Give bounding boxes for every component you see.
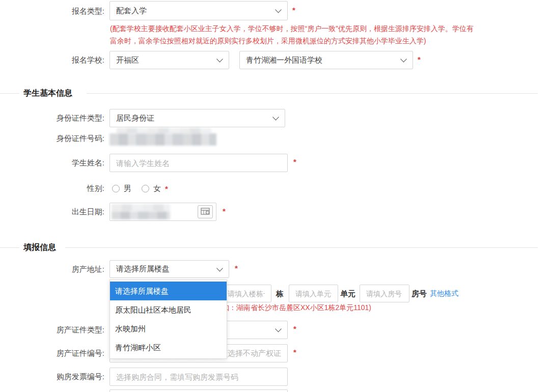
gender-male-option-label: 男 — [124, 184, 131, 193]
student-name-required-mark: * — [293, 157, 296, 166]
reg-school-required-mark: * — [418, 55, 421, 64]
chevron-down-icon — [275, 326, 282, 332]
student-name-input[interactable] — [109, 154, 288, 172]
property-address-dropdown: 请选择所属楼盘 原太阳山社区本地居民 水映加州 青竹湖畔小区 — [109, 279, 227, 359]
chevron-down-icon — [275, 7, 282, 13]
birth-date-masked-value — [112, 211, 170, 219]
other-format-link[interactable]: 其他格式 — [430, 285, 458, 302]
room-number-input[interactable] — [360, 285, 409, 302]
section-line-right — [87, 93, 538, 94]
dropdown-option-placeholder[interactable]: 请选择所属楼盘 — [110, 282, 227, 300]
birth-date-required-mark: * — [223, 207, 226, 215]
reg-type-label: 报名类型: — [0, 2, 104, 20]
reg-type-select[interactable]: 配套入学 — [109, 1, 288, 20]
reg-type-note-line1: (配套学校主要接收配套小区业主子女入学，学位不够时，按照“房户一致”优先原则，根… — [110, 22, 474, 35]
dropdown-option-qingzhuhupan[interactable]: 青竹湖畔小区 — [110, 338, 227, 357]
chevron-down-icon — [400, 56, 407, 63]
invoice-label: 购房发票编号: — [0, 368, 104, 386]
reg-school-school-value: 青竹湖湘一外国语学校 — [246, 55, 322, 65]
gender-radio-group: 男 女 * — [112, 179, 168, 198]
gender-female-radio[interactable] — [142, 185, 149, 192]
building-number-input[interactable] — [221, 285, 271, 302]
cert-type-required-mark: * — [293, 324, 296, 333]
room-label: 房号 — [411, 285, 427, 302]
property-address-required-mark: * — [235, 264, 238, 272]
gender-required-mark: * — [165, 184, 168, 193]
invoice-input[interactable] — [109, 368, 288, 386]
reg-type-value: 配套入学 — [116, 6, 147, 16]
reg-school-label: 报名学校: — [0, 51, 104, 69]
reg-type-required-mark: * — [292, 6, 295, 14]
birth-date-masked-value — [112, 204, 170, 211]
id-number-masked-value — [109, 133, 216, 146]
gender-male-radio[interactable] — [112, 185, 120, 192]
cert-type-label: 房产证件类型: — [0, 321, 104, 339]
section-line-left — [0, 93, 19, 94]
dropdown-option-shuiyingjiazhou[interactable]: 水映加州 — [110, 319, 227, 338]
unit-label: 单元 — [340, 285, 355, 302]
building-unit-label: 栋 — [276, 285, 284, 302]
section-line-right — [65, 247, 538, 248]
chevron-down-icon — [216, 265, 223, 271]
reg-school-school-select[interactable]: 青竹湖湘一外国语学校 — [239, 51, 413, 69]
section-title-student-info: 学生基本信息 — [23, 87, 72, 100]
address-example-hint: 如：湖南省长沙市岳麓区XX小区1栋2单元1101) — [222, 303, 371, 312]
chevron-down-icon — [272, 114, 279, 121]
gender-female-option-label: 女 — [153, 184, 161, 193]
property-address-value: 请选择所属楼盘 — [116, 264, 170, 274]
cert-no-placeholder-fragment: (选择不动产权证 — [225, 345, 281, 362]
unit-number-input[interactable] — [289, 285, 338, 302]
birth-date-input[interactable] — [109, 203, 216, 221]
calendar-icon[interactable] — [198, 205, 213, 218]
property-address-select[interactable]: 请选择所属楼盘 — [109, 260, 229, 278]
next-field-partial[interactable] — [109, 389, 288, 392]
reg-type-note-line2: 富余时，富余学位按照相对就近的原则实行多校划片，采用微机派位的方式安排其他小学毕… — [110, 35, 426, 47]
id-type-label: 身份证件类型: — [0, 109, 104, 127]
id-number-label: 身份证件号码: — [0, 129, 104, 148]
property-address-label: 房产地址: — [0, 260, 104, 278]
enrollment-form-page: 报名类型: 配套入学 * (配套学校主要接收配套小区业主子女入学，学位不够时，按… — [0, 0, 550, 392]
chevron-down-icon — [216, 56, 223, 63]
gender-label: 性别: — [0, 179, 104, 198]
reg-school-district-select[interactable]: 开福区 — [109, 51, 229, 69]
reg-school-district-value: 开福区 — [116, 55, 139, 65]
birth-date-label: 出生日期: — [0, 203, 104, 221]
id-type-value: 居民身份证 — [116, 114, 154, 123]
dropdown-option-taiyangshan[interactable]: 原太阳山社区本地居民 — [110, 300, 227, 319]
cert-no-required-mark: * — [293, 348, 296, 356]
id-type-select[interactable]: 居民身份证 — [109, 109, 285, 127]
section-line-left — [0, 247, 19, 248]
student-name-label: 学生姓名: — [0, 154, 104, 172]
section-title-fill-info: 填报信息 — [23, 241, 56, 254]
cert-no-label: 房产证件编号: — [0, 344, 104, 362]
